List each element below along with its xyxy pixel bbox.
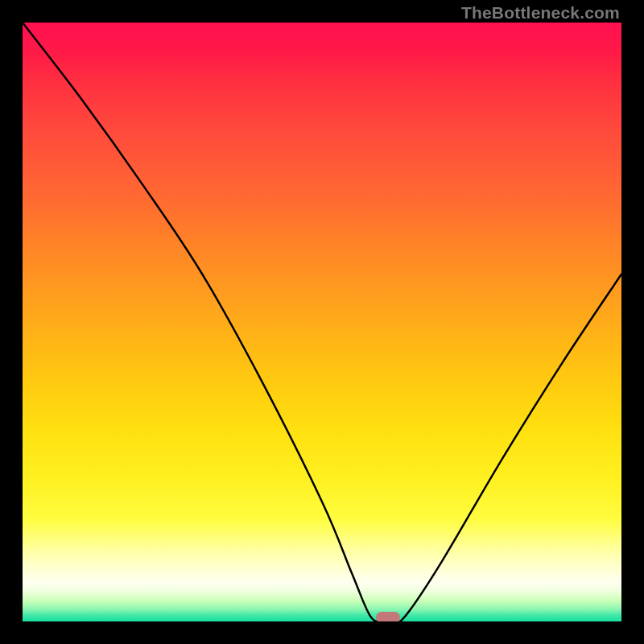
- plot-area: [23, 23, 621, 621]
- chart-curve: [23, 23, 621, 621]
- chart-frame: TheBottleneck.com: [0, 0, 644, 644]
- minimum-marker: [376, 612, 400, 621]
- watermark-text: TheBottleneck.com: [461, 3, 620, 23]
